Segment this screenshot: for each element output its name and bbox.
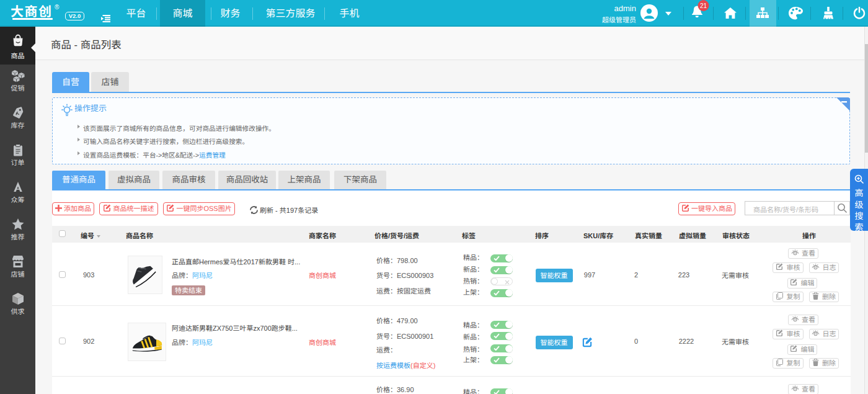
svg-text:21: 21 [700, 2, 707, 9]
